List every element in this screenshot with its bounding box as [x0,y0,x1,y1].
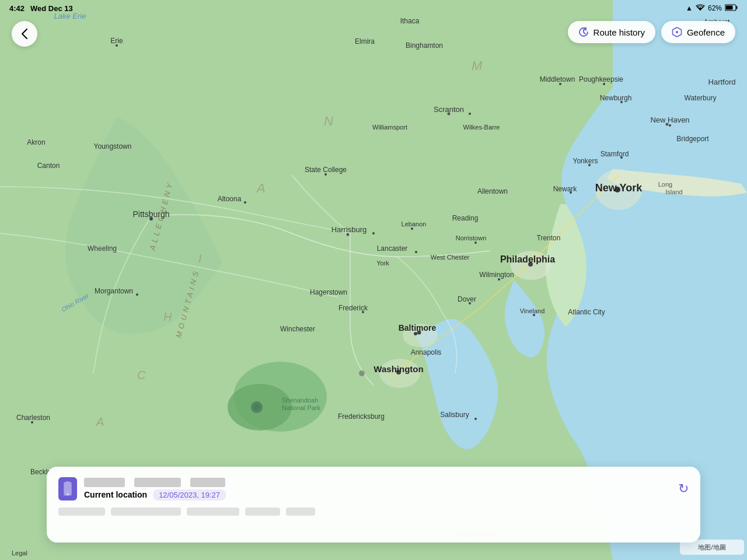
svg-text:Yonkers: Yonkers [573,157,598,165]
refresh-button[interactable]: ↻ [678,481,689,496]
svg-point-54 [474,242,477,244]
svg-text:Frederick: Frederick [338,304,368,312]
battery: 62% [708,4,722,12]
svg-text:Baltimore: Baltimore [399,323,437,332]
card-details [58,508,689,516]
current-location-label: Current location [84,490,147,499]
svg-text:A: A [96,415,104,428]
timestamp-badge: 12/05/2023, 19:27 [153,489,226,501]
status-bar: 4:42 Wed Dec 13 ▲ 62% [0,0,747,16]
svg-point-96 [474,418,477,420]
route-history-label: Route history [594,27,645,37]
svg-point-63 [588,164,591,166]
svg-text:Pittsburgh: Pittsburgh [132,209,169,219]
svg-text:Atlantic City: Atlantic City [568,308,605,316]
svg-text:New York: New York [595,182,643,194]
svg-text:Island: Island [665,188,682,195]
svg-text:Morgantown: Morgantown [95,287,133,295]
signal-icon: ▲ [686,4,693,12]
svg-text:H: H [163,310,172,323]
svg-point-83 [362,311,364,313]
svg-point-104 [251,401,263,413]
svg-text:Binghamton: Binghamton [406,41,443,50]
svg-text:Fredericksburg: Fredericksburg [338,412,385,421]
svg-text:West Chester: West Chester [431,254,470,261]
svg-text:Williamsport: Williamsport [372,124,407,131]
svg-point-58 [498,278,500,281]
device-icon [58,477,77,501]
svg-text:Reading: Reading [452,214,479,222]
svg-text:Trenton: Trenton [537,234,561,242]
battery-icon [725,4,738,13]
detail-blur-1 [58,508,105,516]
device-info: Current location 12/05/2023, 19:27 [84,478,226,501]
svg-text:Vineland: Vineland [520,307,545,314]
svg-point-119 [67,494,69,495]
svg-text:Norristown: Norristown [456,235,487,242]
svg-point-99 [31,421,33,424]
route-history-button[interactable]: Route history [568,21,655,43]
svg-text:Canton: Canton [37,162,60,170]
svg-point-86 [414,332,417,335]
svg-text:York: York [376,260,389,267]
date: Wed Dec 13 [30,4,73,13]
svg-text:Waterbury: Waterbury [685,94,717,102]
svg-text:New Haven: New Haven [650,116,689,124]
svg-point-51 [415,251,417,253]
svg-rect-114 [726,5,733,9]
legal-link[interactable]: Legal [12,550,27,556]
svg-text:Poughkeepsie: Poughkeepsie [579,75,623,83]
svg-text:Lebanon: Lebanon [402,220,427,228]
geofence-icon [672,27,682,37]
svg-rect-113 [736,6,738,9]
svg-point-111 [700,9,701,10]
svg-text:Newburgh: Newburgh [600,94,632,102]
svg-text:Shenandoah: Shenandoah [282,397,318,404]
svg-text:Annapolis: Annapolis [411,348,442,356]
svg-text:Altoona: Altoona [218,195,242,203]
svg-text:Charleston: Charleston [16,414,50,422]
svg-text:地图/地圖: 地图/地圖 [697,544,725,551]
svg-point-66 [620,156,623,159]
svg-text:Ithaca: Ithaca [400,17,420,25]
svg-text:Dover: Dover [458,295,476,303]
svg-text:Harrisburg: Harrisburg [331,225,367,234]
svg-point-94 [469,302,471,304]
svg-text:C: C [137,369,146,382]
svg-point-45 [372,232,375,235]
geofence-button[interactable]: Geofence [661,21,735,43]
svg-text:Long: Long [658,181,672,188]
svg-point-91 [533,314,535,316]
detail-blur-4 [245,508,280,516]
svg-text:Middletown: Middletown [540,75,575,83]
svg-point-47 [411,228,413,230]
back-button[interactable] [12,21,37,47]
svg-text:Winchester: Winchester [280,325,315,333]
svg-text:Stamford: Stamford [601,150,629,158]
svg-text:Youngstown: Youngstown [94,142,132,150]
top-buttons-container: Route history Geofence [568,21,735,43]
device-model-blurred [134,478,181,487]
svg-text:Lancaster: Lancaster [377,244,408,253]
svg-text:Washington: Washington [374,364,423,374]
time: 4:42 [9,4,25,13]
detail-blur-5 [286,508,315,516]
svg-text:M: M [472,58,483,73]
svg-text:N: N [324,114,333,128]
svg-text:Newark: Newark [553,185,578,193]
detail-blur-3 [187,508,239,516]
svg-point-77 [603,83,605,85]
card-location-row: Current location 12/05/2023, 19:27 [84,489,226,501]
device-name-line [84,478,226,487]
svg-text:Elmira: Elmira [355,37,375,46]
svg-point-116 [676,31,678,33]
route-history-icon [578,27,589,37]
svg-text:Wheeling: Wheeling [88,244,117,253]
device-name-blurred [84,478,125,487]
svg-text:State College: State College [305,166,347,174]
svg-text:Salisbury: Salisbury [440,411,469,419]
device-id-blurred [190,478,225,487]
svg-text:Hartford: Hartford [708,78,736,86]
bottom-card: Current location 12/05/2023, 19:27 ↻ [47,467,700,542]
svg-point-36 [469,113,471,115]
